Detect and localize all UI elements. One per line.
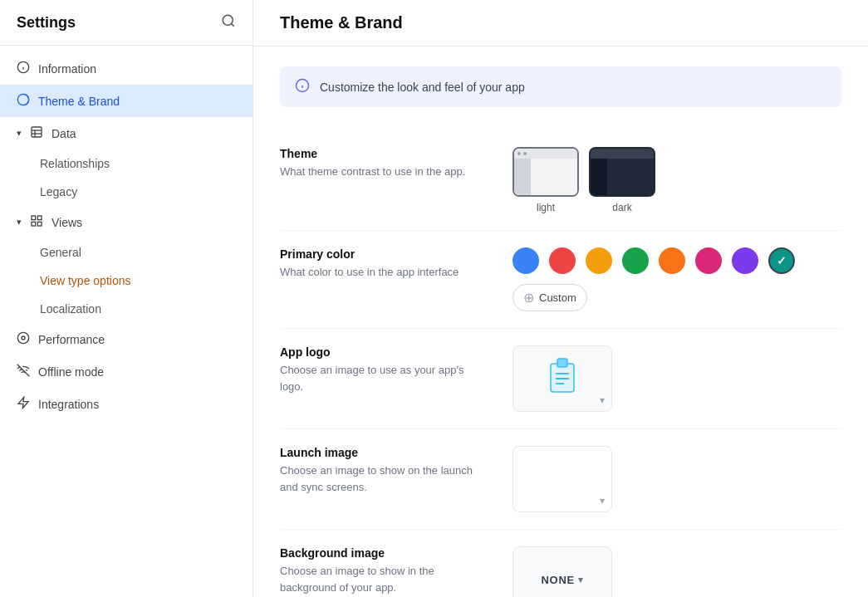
color-blue[interactable] bbox=[512, 247, 539, 274]
main-header: Theme & Brand bbox=[253, 0, 868, 46]
theme-control: light dark bbox=[512, 147, 841, 213]
chevron-down-icon: ▾ bbox=[600, 394, 605, 406]
sidebar-header: Settings bbox=[0, 0, 253, 46]
sidebar-item-label: Offline mode bbox=[38, 365, 104, 379]
sidebar-item-general[interactable]: General bbox=[0, 238, 253, 267]
theme-section: Theme What theme contrast to use in the … bbox=[280, 130, 841, 231]
information-icon bbox=[17, 61, 30, 76]
svg-line-1 bbox=[231, 23, 233, 26]
sidebar: Settings Information Theme & Brand ▾ Dat… bbox=[0, 0, 253, 597]
theme-light-label: light bbox=[537, 202, 555, 213]
custom-color-label: Custom bbox=[539, 291, 576, 304]
launch-image-description: Choose an image to show on the launch an… bbox=[280, 462, 479, 495]
color-red[interactable] bbox=[549, 247, 576, 274]
page-title: Theme & Brand bbox=[280, 13, 841, 32]
custom-color-button[interactable]: ⊕ Custom bbox=[512, 284, 587, 311]
primary-color-heading: Primary color bbox=[280, 247, 479, 261]
app-logo-heading: App logo bbox=[280, 345, 479, 359]
primary-color-label: Primary color What color to use in the a… bbox=[280, 247, 479, 281]
none-badge[interactable]: NONE ▾ bbox=[542, 574, 584, 586]
color-picker-control: ✓ ⊕ Custom bbox=[512, 247, 841, 311]
sidebar-item-label: Integrations bbox=[38, 398, 99, 411]
theme-dark-card[interactable]: dark bbox=[589, 147, 655, 213]
color-pink[interactable] bbox=[695, 247, 722, 274]
app-logo-label: App logo Choose an image to use as your … bbox=[280, 345, 479, 394]
sidebar-item-relationships[interactable]: Relationships bbox=[0, 149, 253, 178]
color-amber[interactable] bbox=[586, 247, 612, 274]
app-logo-control: ▾ bbox=[512, 345, 841, 412]
launch-image-dropzone[interactable]: ▾ bbox=[512, 446, 612, 512]
sidebar-navigation: Information Theme & Brand ▾ Data Relatio… bbox=[0, 46, 253, 427]
app-logo-section: App logo Choose an image to use as your … bbox=[280, 329, 841, 429]
sidebar-item-view-type-options[interactable]: View type options bbox=[0, 267, 253, 295]
svg-rect-6 bbox=[32, 127, 42, 137]
theme-light-card[interactable]: light bbox=[512, 147, 579, 213]
background-image-dropzone[interactable]: NONE ▾ bbox=[512, 546, 612, 597]
none-value: NONE bbox=[542, 574, 575, 586]
search-icon[interactable] bbox=[221, 13, 236, 32]
color-orange[interactable] bbox=[659, 247, 685, 274]
theme-dark-preview bbox=[589, 147, 655, 197]
app-logo-dropzone[interactable]: ▾ bbox=[512, 345, 612, 412]
sidebar-item-localization[interactable]: Localization bbox=[0, 295, 253, 323]
color-teal[interactable]: ✓ bbox=[768, 247, 795, 274]
sidebar-title: Settings bbox=[17, 14, 76, 32]
svg-point-0 bbox=[223, 15, 233, 25]
integrations-icon bbox=[17, 396, 30, 412]
background-image-section: Background image Choose an image to show… bbox=[280, 530, 841, 597]
background-image-control: NONE ▾ bbox=[512, 546, 841, 597]
sidebar-group-views[interactable]: ▾ Views bbox=[0, 206, 253, 238]
sidebar-item-label: Theme & Brand bbox=[38, 95, 120, 108]
clipboard-icon bbox=[546, 357, 579, 401]
sidebar-group-views-label: Views bbox=[51, 216, 82, 229]
main-content: Theme & Brand Customize the look and fee… bbox=[253, 0, 868, 597]
color-purple[interactable] bbox=[732, 247, 758, 274]
svg-rect-11 bbox=[37, 216, 42, 220]
chevron-down-icon: ▾ bbox=[600, 495, 605, 506]
sidebar-item-theme-brand[interactable]: Theme & Brand bbox=[0, 85, 253, 117]
primary-color-section: Primary color What color to use in the a… bbox=[280, 231, 841, 329]
svg-point-14 bbox=[17, 332, 28, 343]
launch-image-section: Launch image Choose an image to show on … bbox=[280, 429, 841, 530]
sidebar-group-data[interactable]: ▾ Data bbox=[0, 117, 253, 149]
svg-rect-12 bbox=[37, 222, 42, 226]
svg-rect-13 bbox=[32, 222, 36, 226]
svg-rect-23 bbox=[557, 359, 567, 367]
sidebar-item-label: Performance bbox=[38, 333, 105, 346]
app-logo-description: Choose an image to use as your app's log… bbox=[280, 362, 479, 394]
theme-light-preview bbox=[512, 147, 579, 197]
sidebar-item-offline-mode[interactable]: Offline mode bbox=[0, 355, 253, 388]
performance-icon bbox=[17, 331, 30, 347]
sidebar-item-integrations[interactable]: Integrations bbox=[0, 388, 253, 420]
background-image-label: Background image Choose an image to show… bbox=[280, 546, 479, 595]
info-banner: Customize the look and feel of your app bbox=[280, 66, 841, 107]
offline-icon bbox=[17, 364, 30, 379]
launch-image-label: Launch image Choose an image to show on … bbox=[280, 446, 479, 495]
theme-heading: Theme bbox=[280, 147, 479, 160]
check-icon: ✓ bbox=[777, 254, 787, 267]
launch-image-heading: Launch image bbox=[280, 446, 479, 459]
background-image-description: Choose an image to show in the backgroun… bbox=[280, 563, 479, 595]
data-icon bbox=[30, 125, 43, 141]
info-banner-icon bbox=[295, 78, 310, 95]
theme-description: What theme contrast to use in the app. bbox=[280, 164, 479, 180]
plus-icon: ⊕ bbox=[523, 290, 534, 306]
background-image-heading: Background image bbox=[280, 546, 479, 560]
views-icon bbox=[30, 214, 43, 230]
chevron-down-icon: ▾ bbox=[17, 128, 22, 139]
color-green[interactable] bbox=[622, 247, 649, 274]
sidebar-item-performance[interactable]: Performance bbox=[0, 323, 253, 355]
chevron-down-icon: ▾ bbox=[578, 575, 584, 585]
chevron-down-icon: ▾ bbox=[17, 217, 22, 228]
svg-rect-10 bbox=[32, 216, 36, 220]
theme-label: Theme What theme contrast to use in the … bbox=[280, 147, 479, 180]
svg-marker-18 bbox=[18, 397, 28, 408]
main-body: Customize the look and feel of your app … bbox=[253, 46, 868, 597]
launch-image-control: ▾ bbox=[512, 446, 841, 512]
sidebar-item-label: Information bbox=[38, 62, 96, 76]
sidebar-group-data-label: Data bbox=[51, 127, 76, 140]
primary-color-description: What color to use in the app interface bbox=[280, 264, 479, 281]
sidebar-item-legacy[interactable]: Legacy bbox=[0, 178, 253, 206]
theme-icon bbox=[17, 93, 30, 109]
sidebar-item-information[interactable]: Information bbox=[0, 52, 253, 85]
